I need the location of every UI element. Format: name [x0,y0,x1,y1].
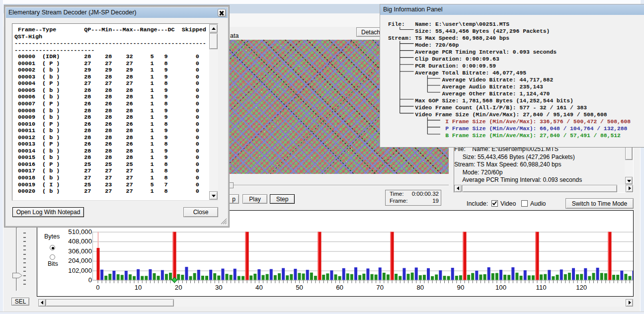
svg-text:102,000: 102,000 [68,267,92,274]
svg-text:110: 110 [536,284,547,291]
svg-text:0: 0 [88,276,92,284]
svg-text:60: 60 [336,284,343,291]
svg-text:40: 40 [255,284,263,291]
svg-text:204,000: 204,000 [68,257,92,264]
svg-text:70: 70 [376,284,384,291]
svg-text:120: 120 [576,284,587,291]
svg-text:510,000: 510,000 [68,228,92,236]
svg-text:408,000: 408,000 [68,237,92,245]
svg-text:90: 90 [457,284,465,291]
svg-text:80: 80 [416,284,424,291]
svg-text:30: 30 [215,284,223,291]
svg-text:20: 20 [175,284,182,291]
svg-text:100: 100 [495,284,506,291]
svg-text:306,000: 306,000 [68,247,92,255]
svg-text:0: 0 [96,284,99,291]
svg-text:10: 10 [135,284,142,291]
svg-text:50: 50 [296,284,303,291]
